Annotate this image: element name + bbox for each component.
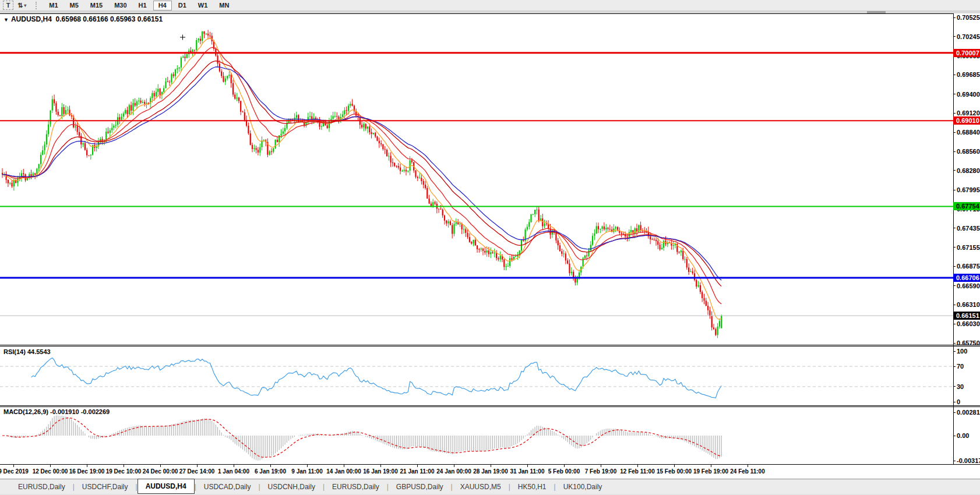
macd-panel-top-border	[0, 406, 980, 407]
price-line-label: 0.70007	[953, 49, 980, 57]
time-axis-tick	[234, 465, 234, 467]
price-axis-label: 0.67995	[957, 186, 980, 194]
rsi-axis-tick	[953, 351, 956, 352]
timeframe-button-m5[interactable]: M5	[65, 1, 84, 10]
chart-tab-xauusd-m5[interactable]: XAUUSD,M5	[453, 479, 509, 494]
price-axis-label: 0.68280	[957, 167, 980, 175]
time-axis-tick	[637, 465, 638, 467]
timeframe-button-m15[interactable]: M15	[85, 1, 108, 10]
time-axis-tick	[674, 465, 675, 467]
price-axis-label: 0.67155	[957, 243, 980, 252]
chart-tab-audusd-h4[interactable]: AUDUSD,H4	[138, 479, 195, 494]
price-line-label: 0.66706	[953, 274, 980, 282]
price-axis-tick	[953, 190, 956, 190]
macd-axis-label: 0.00	[957, 432, 969, 440]
time-axis-tick	[527, 465, 528, 467]
time-axis-tick	[454, 465, 454, 467]
toolbar: T ⇅ ▾ M1M5M15M30H1H4D1W1MN	[0, 0, 980, 11]
chart-tab-gbpusd-daily[interactable]: GBPUSD,Daily	[389, 479, 451, 494]
main-chart-canvas[interactable]	[0, 13, 953, 345]
timeframe-button-h1[interactable]: H1	[133, 1, 152, 10]
price-axis-tick	[953, 228, 956, 228]
price-axis-label: 0.68560	[957, 147, 980, 155]
price-axis-tick	[953, 343, 956, 344]
time-axis-tick	[197, 465, 198, 467]
price-axis: 0.705250.702450.699650.696850.694000.691…	[953, 0, 980, 495]
toolbar-grip	[36, 2, 38, 9]
trading-terminal-window: T ⇅ ▾ M1M5M15M30H1H4D1W1MN ▼AUDUSD,H4 0.…	[0, 0, 980, 495]
price-axis-label: 0.68840	[957, 128, 980, 136]
chart-symbol-label: AUDUSD,H4	[11, 15, 52, 23]
rsi-axis-label: 100	[957, 347, 967, 355]
time-axis-tick	[270, 465, 271, 467]
price-axis-tick	[953, 17, 956, 18]
price-axis-tick	[953, 247, 956, 248]
timeframe-button-w1[interactable]: W1	[193, 1, 213, 10]
macd-indicator-label: MACD(12,26,9) -0.001910 -0.002269	[3, 408, 110, 415]
macd-axis-tick	[953, 461, 956, 461]
text-tool-button[interactable]: T	[3, 1, 13, 10]
time-axis: 9 Dec 201912 Dec 00:0016 Dec 19:0019 Dec…	[0, 464, 980, 479]
price-line-label: 0.69010	[953, 116, 980, 125]
chart-tab-eurusd-daily[interactable]: EURUSD,Daily	[10, 479, 73, 494]
timeframe-button-d1[interactable]: D1	[173, 1, 192, 10]
rsi-axis-tick	[953, 366, 956, 367]
rsi-axis-tick	[953, 402, 956, 402]
chart-tab-hk50-h1[interactable]: HK50,H1	[510, 479, 554, 494]
timeframe-button-m1[interactable]: M1	[44, 1, 63, 10]
macd-axis-label: -0.003179	[957, 457, 980, 465]
timeframe-button-group: M1M5M15M30H1H4D1W1MN	[43, 1, 235, 10]
price-axis-label: 0.66875	[957, 262, 980, 270]
macd-panel-canvas[interactable]	[0, 406, 953, 464]
price-axis-tick	[953, 36, 956, 37]
price-axis-tick	[953, 94, 956, 94]
rsi-panel-bottom-border	[0, 405, 980, 406]
chart-tab-usdchf-daily[interactable]: USDCHF,Daily	[75, 479, 136, 494]
price-line-label: 0.67754	[953, 202, 980, 210]
time-axis-tick	[50, 465, 51, 467]
price-axis-tick	[953, 324, 956, 324]
time-axis-tick	[564, 465, 565, 467]
price-axis-label: 0.70525	[957, 13, 980, 22]
time-axis-tick	[711, 465, 711, 467]
chevron-down-icon: ▾	[24, 3, 26, 8]
rsi-axis-label: 30	[957, 383, 964, 391]
rsi-axis-label: 70	[957, 362, 964, 370]
price-axis-label: 0.67435	[957, 224, 980, 232]
chevron-down-icon: ▼	[3, 17, 9, 23]
main-panel-top-border	[0, 13, 953, 14]
chart-tab-bar: EURUSD,Daily|USDCHF,Daily|AUDUSD,H4|USDC…	[0, 479, 980, 494]
chart-tab-eurusd-daily[interactable]: EURUSD,Daily	[325, 479, 387, 494]
time-axis-tick	[748, 465, 748, 467]
price-line-label: 0.66151	[953, 312, 980, 320]
time-axis-tick	[344, 465, 344, 467]
price-axis-label: 0.69685	[957, 70, 980, 79]
sort-arrows-icon: ⇅	[17, 2, 23, 9]
macd-axis-tick	[953, 412, 956, 413]
chart-tab-usdcnh-daily[interactable]: USDCNH,Daily	[260, 479, 323, 494]
time-axis-tick	[160, 465, 161, 467]
price-axis-label: 0.65750	[957, 339, 980, 347]
arrows-tool-button[interactable]: ⇅ ▾	[15, 1, 29, 10]
chart-title: ▼AUDUSD,H4 0.65968 0.66166 0.65963 0.661…	[3, 15, 163, 23]
timeframe-button-mn[interactable]: MN	[214, 1, 234, 10]
time-axis-label: 24 Feb 11:00	[721, 468, 774, 475]
rsi-panel-canvas[interactable]	[0, 346, 953, 405]
price-axis-tick	[953, 266, 956, 267]
price-axis-label: 0.70245	[957, 33, 980, 41]
rsi-panel-top-border	[0, 346, 980, 346]
price-axis-label: 0.66310	[957, 300, 980, 309]
timeframe-button-m30[interactable]: M30	[109, 1, 132, 10]
macd-axis-label: 0.002817	[957, 408, 980, 416]
timeframe-button-h4[interactable]: H4	[153, 1, 172, 10]
main-panel-bottom-border	[0, 345, 980, 345]
time-axis-tick	[124, 465, 124, 467]
time-axis-tick	[601, 465, 601, 467]
chart-tab-usdcad-daily[interactable]: USDCAD,Daily	[196, 479, 259, 494]
chart-tab-uk100-daily[interactable]: UK100,Daily	[556, 479, 610, 494]
time-axis-tick	[417, 465, 418, 467]
rsi-axis-tick	[953, 386, 956, 387]
crosshair-marker	[180, 35, 185, 40]
time-axis-tick	[13, 465, 14, 467]
chart-ohlc-values: 0.65968 0.66166 0.65963 0.66151	[56, 15, 163, 23]
